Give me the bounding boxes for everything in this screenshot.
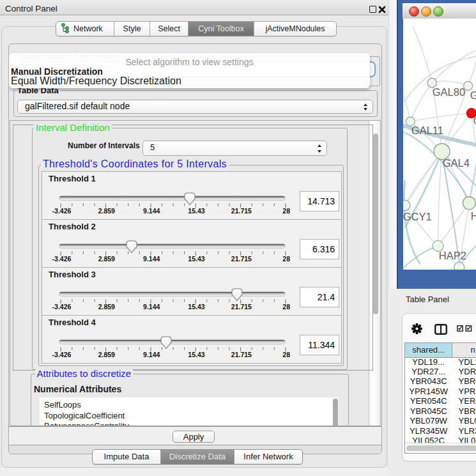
svg-text:H: H	[470, 210, 476, 222]
svg-text:C: C	[473, 115, 476, 127]
svg-text:GCY1: GCY1	[403, 211, 432, 223]
svg-text:GA: GA	[470, 89, 476, 102]
svg-text:GAL4: GAL4	[442, 157, 469, 169]
svg-text:HAP2: HAP2	[438, 250, 466, 262]
svg-text:GAL80: GAL80	[432, 86, 464, 98]
svg-text:GAL11: GAL11	[411, 125, 443, 137]
